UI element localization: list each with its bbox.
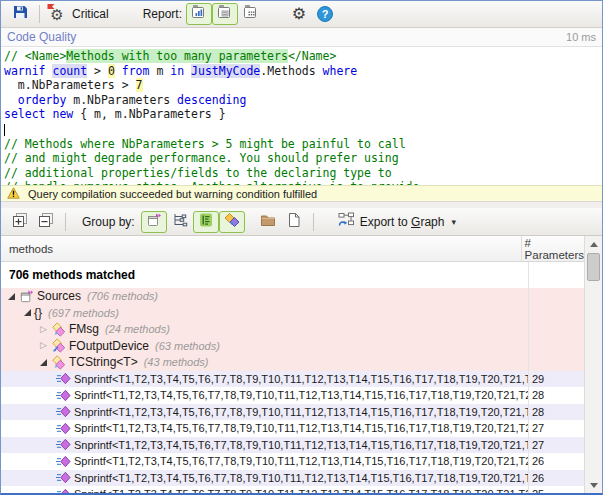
compile-status-text: Query compilation succeeded but warning … <box>28 188 317 200</box>
code-line: warnif count > 0 from m in JustMyCode.Me… <box>4 64 602 79</box>
code-editor[interactable]: // <Name>Methods with too many parameter… <box>1 47 602 185</box>
method-row[interactable]: Snprintf<T1,T2,T3,T4,T5,T6,T7,T8,T9,T10,… <box>1 371 584 388</box>
method-name: Snprintf<T1,T2,T3,T4,T5,T6,T7,T8,T9,T10,… <box>74 406 528 418</box>
page-icon <box>286 212 302 232</box>
method-row[interactable]: Sprintf<T1,T2,T3,T4,T5,T6,T7,T8,T9,T10,T… <box>1 486 584 493</box>
scrollbar-thumb[interactable] <box>587 253 600 281</box>
params-cell <box>528 338 584 355</box>
method-name: Sprintf<T1,T2,T3,T4,T5,T6,T7,T8,T9,T10,T… <box>74 455 528 467</box>
group-by-assembly-icon <box>146 212 162 232</box>
code-line: // and might degrade performance. You sh… <box>4 151 602 166</box>
tree-group-row[interactable]: ▷FOutputDevice(63 methods) <box>1 338 584 355</box>
tree-group-label: Sources <box>37 289 81 303</box>
method-row[interactable]: Snprintf<T1,T2,T3,T4,T5,T6,T7,T8,T9,T10,… <box>1 470 584 487</box>
method-row[interactable]: Snprintf<T1,T2,T3,T4,T5,T6,T7,T8,T9,T10,… <box>1 437 584 454</box>
tree-group-label: FMsg <box>69 322 99 336</box>
group-by-assembly-button[interactable] <box>141 211 167 233</box>
tree-indent <box>1 428 55 429</box>
method-icon <box>55 437 72 452</box>
method-cell: Snprintf<T1,T2,T3,T4,T5,T6,T7,T8,T9,T10,… <box>1 371 528 388</box>
report-page-button[interactable] <box>212 3 238 25</box>
warning-triangle-icon <box>7 187 20 201</box>
expand-node-icon[interactable]: ▷ <box>37 341 50 350</box>
scroll-up-button[interactable] <box>585 236 602 252</box>
tree-indent <box>1 378 55 379</box>
method-icon <box>55 487 72 493</box>
results-tree: 706 methods matched Sources(706 methods)… <box>1 262 584 493</box>
collapse-all-button[interactable] <box>33 211 59 233</box>
column-header-methods[interactable]: methods <box>1 236 522 261</box>
new-page-button[interactable] <box>281 211 307 233</box>
pane-splitter[interactable] <box>1 201 602 208</box>
matched-count-row: 706 methods matched <box>1 262 584 288</box>
collapse-node-icon[interactable] <box>37 359 50 366</box>
code-line: // Methods where NbParameters > 5 might … <box>4 137 602 152</box>
method-row[interactable]: Snprintf<T1,T2,T3,T4,T5,T6,T7,T8,T9,T10,… <box>1 404 584 421</box>
code-line: select new { m, m.NbParameters } <box>4 107 602 122</box>
method-cell: Sprintf<T1,T2,T3,T4,T5,T6,T7,T8,T9,T10,T… <box>1 486 528 493</box>
expand-all-button[interactable] <box>7 211 33 233</box>
dropdown-arrow-icon: ▾ <box>451 217 456 227</box>
tree-group-cell: TCString<T>(43 methods) <box>1 354 528 371</box>
tree-indent <box>1 444 55 445</box>
help-button[interactable]: ? <box>312 3 338 25</box>
type2-icon <box>50 338 67 353</box>
export-graph-icon <box>338 212 355 231</box>
method-cell: Sprintf<T1,T2,T3,T4,T5,T6,T7,T8,T9,T10,T… <box>1 387 528 404</box>
tree-group-row[interactable]: ▷FMsg(24 methods) <box>1 321 584 338</box>
group-by-type-button[interactable] <box>219 211 245 233</box>
group-by-list-button[interactable] <box>193 211 219 233</box>
save-button[interactable] <box>7 3 33 25</box>
method-row[interactable]: Sprintf<T1,T2,T3,T4,T5,T6,T7,T8,T9,T10,T… <box>1 453 584 470</box>
query-elapsed-time: 10 ms <box>566 31 596 43</box>
report-grid-button[interactable] <box>238 3 264 25</box>
group-by-hierarchy-button[interactable] <box>167 211 193 233</box>
method-param-count: 28 <box>528 404 584 421</box>
tree-group-row[interactable]: TCString<T>(43 methods) <box>1 354 584 371</box>
tree-group-count: (706 methods) <box>87 290 158 302</box>
code-line: // additional properties/fields to the d… <box>4 166 602 181</box>
method-param-count: 27 <box>528 437 584 454</box>
scroll-down-button[interactable] <box>585 477 602 493</box>
method-icon <box>55 388 72 403</box>
report-chart-button[interactable] <box>186 3 212 25</box>
settings-button[interactable]: ⚙ <box>286 3 312 25</box>
report-label: Report: <box>143 7 182 21</box>
expand-node-icon[interactable]: ▷ <box>37 325 50 334</box>
method-cell: Sprintf<T1,T2,T3,T4,T5,T6,T7,T8,T9,T10,T… <box>1 453 528 470</box>
collapsed-triangle-icon: ▷ <box>40 341 47 350</box>
method-cell: Snprintf<T1,T2,T3,T4,T5,T6,T7,T8,T9,T10,… <box>1 437 528 454</box>
open-folder-button[interactable] <box>255 211 281 233</box>
tree-indent <box>1 411 55 412</box>
method-row[interactable]: Sprintf<T1,T2,T3,T4,T5,T6,T7,T8,T9,T10,T… <box>1 387 584 404</box>
tree-group-label: TCString<T> <box>69 355 138 369</box>
compile-status-bar: Query compilation succeeded but warning … <box>1 185 602 201</box>
method-icon <box>55 454 72 469</box>
method-name: Snprintf<T1,T2,T3,T4,T5,T6,T7,T8,T9,T10,… <box>74 373 528 385</box>
code-line <box>4 122 602 137</box>
code-line: orderby m.NbParameters descending <box>4 93 602 108</box>
export-to-graph-button[interactable]: Export to Graph ▾ <box>332 210 462 233</box>
column-header-parameters[interactable]: # Parameters <box>522 236 584 261</box>
collapse-all-icon <box>38 212 54 232</box>
group-by-label: Group by: <box>82 215 135 229</box>
critical-rule-toggle[interactable]: ⚙ <box>46 3 68 25</box>
method-name: Sprintf<T1,T2,T3,T4,T5,T6,T7,T8,T9,T10,T… <box>74 488 528 493</box>
method-param-count: 26 <box>528 470 584 487</box>
method-cell: Snprintf<T1,T2,T3,T4,T5,T6,T7,T8,T9,T10,… <box>1 470 528 487</box>
method-icon <box>55 470 72 485</box>
save-icon <box>12 4 28 24</box>
collapse-node-icon[interactable] <box>21 309 34 316</box>
tree-group-row[interactable]: Sources(706 methods) <box>1 288 584 305</box>
method-icon <box>55 421 72 436</box>
tree-indent <box>1 395 55 396</box>
tree-group-row[interactable]: {}(697 methods) <box>1 305 584 322</box>
vertical-scrollbar[interactable] <box>584 236 602 493</box>
collapse-node-icon[interactable] <box>5 293 18 300</box>
method-row[interactable]: Sprintf<T1,T2,T3,T4,T5,T6,T7,T8,T9,T10,T… <box>1 420 584 437</box>
method-param-count: 25 <box>528 486 584 493</box>
assembly-icon <box>18 289 35 304</box>
collapsed-triangle-icon: ▷ <box>40 325 47 334</box>
method-name: Snprintf<T1,T2,T3,T4,T5,T6,T7,T8,T9,T10,… <box>74 439 528 451</box>
report-chart-icon <box>191 4 207 24</box>
